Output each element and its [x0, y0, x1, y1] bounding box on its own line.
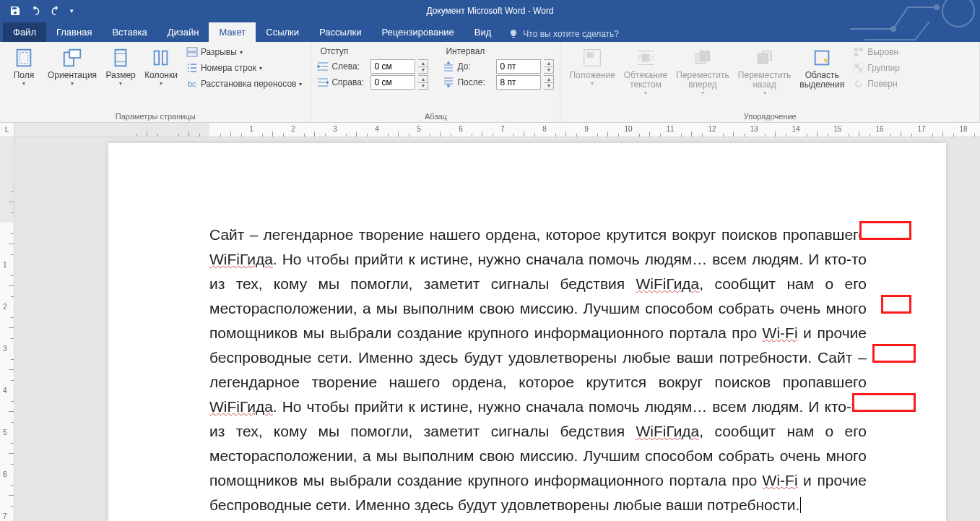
- tab-view[interactable]: Вид: [464, 22, 502, 42]
- tab-design[interactable]: Дизайн: [157, 22, 209, 42]
- group-icon: [853, 62, 864, 74]
- columns-icon: [149, 46, 173, 69]
- title-bar: ▾ Документ Microsoft Word - Word: [0, 0, 980, 22]
- tab-layout[interactable]: Макет: [209, 22, 256, 42]
- svg-text:bc: bc: [188, 79, 196, 88]
- svg-rect-7: [116, 50, 126, 66]
- spacing-after-input[interactable]: [496, 75, 541, 90]
- wrap-text-button[interactable]: Обтекание текстом▾: [621, 45, 670, 98]
- breaks-icon: [186, 46, 198, 58]
- hyphenation-icon: bc: [186, 78, 198, 90]
- svg-rect-17: [700, 51, 709, 61]
- columns-button[interactable]: Колонки▾: [142, 45, 181, 88]
- body-text[interactable]: Сайт – легендарное творение нашего орден…: [209, 223, 867, 517]
- highlight-box: [852, 393, 916, 412]
- position-button[interactable]: Положение▾: [566, 45, 617, 88]
- save-button[interactable]: [6, 1, 25, 20]
- svg-rect-22: [859, 48, 863, 51]
- orientation-icon: [61, 46, 84, 69]
- margins-icon: [12, 46, 35, 69]
- svg-rect-15: [641, 53, 649, 61]
- svg-rect-9: [162, 51, 168, 65]
- size-icon: [109, 46, 132, 69]
- group-paragraph: Отступ Слева: ▲▼ Справа: ▲▼ Интервал До:: [311, 42, 560, 122]
- svg-rect-19: [758, 53, 767, 63]
- svg-point-2: [935, 5, 939, 9]
- svg-rect-23: [854, 53, 858, 56]
- group-page-setup: Поля▾ Ориентация▾ Размер▾ Колонки▾ Разры…: [0, 42, 311, 122]
- align-icon: [853, 46, 864, 58]
- spacing-after-icon: [443, 77, 454, 88]
- quick-access-toolbar: ▾: [0, 1, 77, 20]
- indent-right-spinner[interactable]: Справа: ▲▼: [317, 75, 428, 90]
- indent-left-spinner[interactable]: Слева: ▲▼: [317, 59, 428, 74]
- rotate-icon: [853, 78, 864, 90]
- group-label-arrange: Упорядочение: [566, 111, 974, 121]
- svg-rect-20: [815, 51, 829, 65]
- qat-customize-button[interactable]: ▾: [66, 1, 77, 20]
- indent-heading: Отступ: [317, 45, 428, 58]
- selection-pane-icon: [810, 46, 833, 69]
- bring-forward-icon: [691, 46, 714, 69]
- spacing-before-spinner[interactable]: До: ▲▼: [443, 59, 554, 74]
- ruler-vertical[interactable]: 12345678: [0, 137, 14, 521]
- tab-review[interactable]: Рецензирование: [371, 22, 464, 42]
- highlight-box: [881, 295, 911, 314]
- group-label-paragraph: Абзац: [317, 111, 554, 121]
- group-label-page-setup: Параметры страницы: [6, 111, 305, 121]
- redo-button[interactable]: [46, 1, 65, 20]
- group-objects-button[interactable]: Группир: [850, 61, 903, 75]
- ribbon-tabs: Файл Главная Вставка Дизайн Макет Ссылки…: [0, 22, 980, 42]
- svg-rect-25: [855, 64, 859, 68]
- spacing-before-icon: [443, 61, 454, 72]
- svg-rect-6: [69, 50, 80, 58]
- rotate-button[interactable]: Поверн: [850, 77, 903, 91]
- group-arrange: Положение▾ Обтекание текстом▾ Переместит…: [560, 42, 980, 122]
- size-button[interactable]: Размер▾: [103, 45, 139, 88]
- ruler-corner: L: [0, 123, 14, 137]
- line-numbers-icon: [186, 62, 198, 74]
- tab-insert[interactable]: Вставка: [102, 22, 157, 42]
- tab-file[interactable]: Файл: [3, 22, 46, 42]
- margins-button[interactable]: Поля▾: [6, 45, 42, 88]
- indent-left-input[interactable]: [370, 59, 415, 74]
- tab-home[interactable]: Главная: [46, 22, 102, 42]
- bring-forward-button[interactable]: Переместить вперед▾: [673, 45, 732, 98]
- svg-rect-10: [187, 48, 197, 51]
- tell-me-search[interactable]: Что вы хотите сделать?: [501, 26, 626, 42]
- hyphenation-button[interactable]: bcРасстановка переносов ▾: [183, 77, 305, 91]
- send-backward-icon: [753, 46, 776, 69]
- tab-references[interactable]: Ссылки: [256, 22, 309, 42]
- svg-rect-21: [854, 48, 858, 51]
- svg-rect-11: [187, 53, 197, 56]
- orientation-button[interactable]: Ориентация▾: [45, 45, 100, 88]
- spacing-heading: Интервал: [443, 45, 554, 58]
- highlight-box: [859, 221, 911, 240]
- window-title: Документ Microsoft Word - Word: [426, 6, 553, 16]
- undo-button[interactable]: [26, 1, 45, 20]
- selection-pane-button[interactable]: Область выделения: [797, 45, 847, 91]
- align-button[interactable]: Выровн: [850, 45, 903, 59]
- document-viewport[interactable]: Сайт – легендарное творение нашего орден…: [14, 137, 980, 521]
- tab-mailings[interactable]: Рассылки: [309, 22, 371, 42]
- ribbon: Поля▾ Ориентация▾ Размер▾ Колонки▾ Разры…: [0, 42, 980, 123]
- ruler-horizontal[interactable]: 123456789101112131415161718: [14, 123, 980, 137]
- indent-right-input[interactable]: [370, 75, 415, 90]
- svg-rect-4: [19, 53, 27, 64]
- spacing-after-spinner[interactable]: После: ▲▼: [443, 75, 554, 90]
- svg-rect-8: [155, 51, 160, 65]
- breaks-button[interactable]: Разрывы ▾: [183, 45, 305, 59]
- indent-left-icon: [317, 61, 329, 72]
- send-backward-button[interactable]: Переместить назад▾: [735, 45, 794, 98]
- wrap-text-icon: [634, 46, 657, 69]
- page: Сайт – легендарное творение нашего орден…: [108, 143, 946, 521]
- spacing-before-input[interactable]: [496, 59, 541, 74]
- position-icon: [581, 46, 604, 69]
- svg-rect-26: [859, 68, 862, 72]
- indent-right-icon: [317, 77, 329, 88]
- line-numbers-button[interactable]: Номера строк ▾: [183, 61, 305, 75]
- svg-rect-14: [587, 53, 594, 59]
- highlight-box: [872, 344, 916, 363]
